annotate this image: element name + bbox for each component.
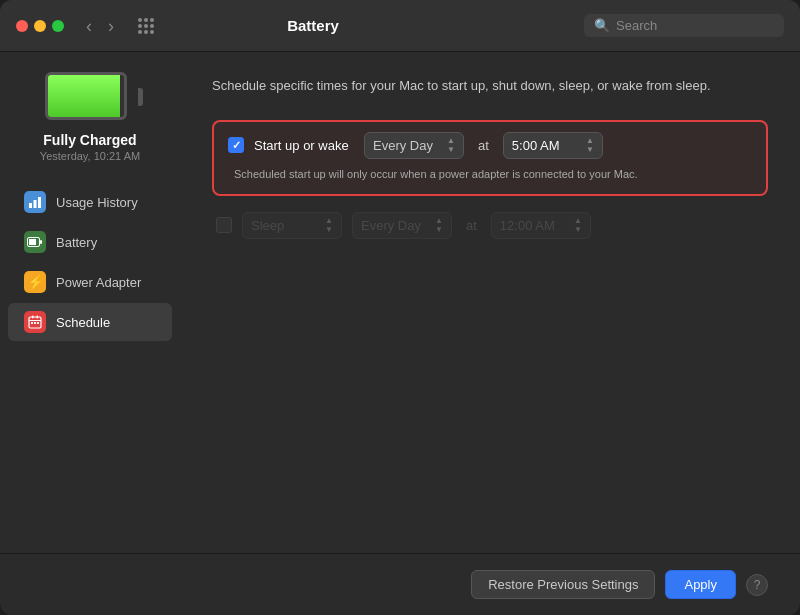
back-button[interactable]: ‹ [80, 15, 98, 37]
row2-time-arrows: ▲ ▼ [574, 217, 582, 234]
close-button[interactable] [16, 20, 28, 32]
row1-time-value: 5:00 AM [512, 138, 560, 153]
schedule-row-1-hint: Scheduled start up will only occur when … [228, 165, 752, 184]
row1-dropdown-arrows: ▲ ▼ [447, 137, 455, 154]
row2-time-value: 12:00 AM [500, 218, 555, 233]
row1-hint: Scheduled start up will only occur when … [228, 165, 644, 184]
sidebar-item-schedule[interactable]: Schedule [8, 303, 172, 341]
content-area: Schedule specific times for your Mac to … [180, 52, 800, 553]
battery-status-label: Fully Charged [43, 132, 136, 148]
window-title: Battery [174, 17, 452, 34]
sidebar-item-power-adapter[interactable]: ⚡ Power Adapter [8, 263, 172, 301]
row1-label: Start up or wake [254, 138, 354, 153]
schedule-row-active: ✓ Start up or wake Every Day ▲ ▼ at [212, 120, 768, 196]
traffic-lights [16, 20, 64, 32]
content-description: Schedule specific times for your Mac to … [212, 76, 768, 96]
svg-rect-1 [34, 200, 37, 208]
svg-rect-7 [32, 316, 34, 319]
sidebar-item-battery[interactable]: Battery [8, 223, 172, 261]
svg-rect-8 [37, 316, 39, 319]
titlebar: ‹ › Battery 🔍 [0, 0, 800, 52]
power-icon: ⚡ [24, 271, 46, 293]
schedule-icon [24, 311, 46, 333]
apply-button[interactable]: Apply [665, 570, 736, 599]
battery-status-container: Fully Charged Yesterday, 10:21 AM [0, 72, 180, 182]
svg-rect-2 [38, 197, 41, 208]
sidebar: Fully Charged Yesterday, 10:21 AM Usage … [0, 52, 180, 553]
battery-visual [45, 72, 135, 122]
restore-button[interactable]: Restore Previous Settings [471, 570, 655, 599]
forward-button[interactable]: › [102, 15, 120, 37]
row2-checkbox[interactable] [216, 217, 232, 233]
sidebar-label-power-adapter: Power Adapter [56, 275, 141, 290]
row1-time-arrows: ▲ ▼ [586, 137, 594, 154]
row2-dropdown-arrows: ▲ ▼ [435, 217, 443, 234]
minimize-button[interactable] [34, 20, 46, 32]
sidebar-label-battery: Battery [56, 235, 97, 250]
sidebar-label-schedule: Schedule [56, 315, 110, 330]
search-bar[interactable]: 🔍 [584, 14, 784, 37]
row2-action-dropdown: Sleep ▲ ▼ [242, 212, 342, 239]
schedule-row-1-main: ✓ Start up or wake Every Day ▲ ▼ at [228, 132, 752, 159]
usage-history-icon [24, 191, 46, 213]
sidebar-item-usage-history[interactable]: Usage History [8, 183, 172, 221]
battery-body [45, 72, 127, 120]
row1-dropdown-value: Every Day [373, 138, 433, 153]
maximize-button[interactable] [52, 20, 64, 32]
battery-icon [24, 231, 46, 253]
check-mark: ✓ [232, 139, 241, 152]
row2-dropdown: Every Day ▲ ▼ [352, 212, 452, 239]
row1-time-field[interactable]: 5:00 AM ▲ ▼ [503, 132, 603, 159]
sidebar-label-usage-history: Usage History [56, 195, 138, 210]
schedule-container: ✓ Start up or wake Every Day ▲ ▼ at [212, 120, 768, 247]
row2-action-value: Sleep [251, 218, 284, 233]
help-button[interactable]: ? [746, 574, 768, 596]
grid-icon[interactable] [138, 18, 154, 34]
row1-checkbox[interactable]: ✓ [228, 137, 244, 153]
svg-rect-0 [29, 203, 32, 208]
main-layout: Fully Charged Yesterday, 10:21 AM Usage … [0, 52, 800, 553]
row2-at-text: at [466, 218, 477, 233]
svg-rect-12 [37, 322, 39, 324]
battery-fill [48, 75, 120, 117]
search-input[interactable] [616, 18, 756, 33]
nav-buttons: ‹ › [80, 15, 120, 37]
row2-time-field: 12:00 AM ▲ ▼ [491, 212, 591, 239]
row1-at-text: at [478, 138, 489, 153]
search-icon: 🔍 [594, 18, 610, 33]
row1-dropdown[interactable]: Every Day ▲ ▼ [364, 132, 464, 159]
row2-dropdown-value: Every Day [361, 218, 421, 233]
svg-rect-5 [40, 240, 42, 244]
bottom-bar: Restore Previous Settings Apply ? [0, 553, 800, 615]
battery-tip [138, 88, 143, 106]
battery-date-label: Yesterday, 10:21 AM [40, 150, 140, 162]
main-window: ‹ › Battery 🔍 Fully Charged [0, 0, 800, 615]
svg-rect-11 [34, 322, 36, 324]
svg-rect-4 [29, 239, 36, 245]
row2-action-arrows: ▲ ▼ [325, 217, 333, 234]
svg-rect-10 [31, 322, 33, 324]
schedule-row-2: Sleep ▲ ▼ Every Day ▲ ▼ at [212, 204, 768, 247]
